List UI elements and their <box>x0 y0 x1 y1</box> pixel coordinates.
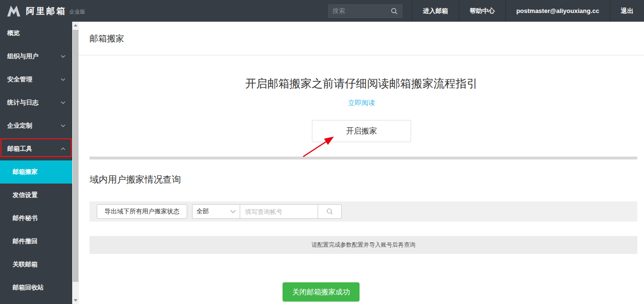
enter-mailbox-link[interactable]: 进入邮箱 <box>412 0 459 22</box>
logo-text: 阿里邮箱 <box>26 5 66 17</box>
query-search-button[interactable] <box>318 204 342 219</box>
sidebar-item-security[interactable]: 安全管理 <box>0 68 72 91</box>
scrollbar-up-arrow[interactable] <box>72 22 79 29</box>
main-content: 邮箱搬家 开启邮箱搬家之前请仔细阅读邮箱搬家流程指引 立即阅读 开启搬家 域内用… <box>79 22 644 304</box>
sidebar-item-label: 概览 <box>7 29 20 38</box>
sidebar-subitem-label: 发信设置 <box>13 191 38 199</box>
empty-result-message: 请配置完成参数配置并导入账号后再查询 <box>90 236 637 254</box>
chevron-down-icon <box>61 124 65 128</box>
page-header: 邮箱搬家 <box>79 22 644 55</box>
intro-heading: 开启邮箱搬家之前请仔细阅读邮箱搬家流程指引 <box>79 55 644 91</box>
status-filter-value: 全部 <box>196 207 209 216</box>
chevron-down-icon <box>230 210 236 213</box>
edition-badge: 企业版 <box>69 8 85 15</box>
sidebar-subitem-label: 关联邮箱 <box>13 260 38 269</box>
sidebar-item-label: 邮箱工具 <box>7 145 32 153</box>
sidebar-subitem-label: 邮箱搬家 <box>13 168 38 176</box>
query-group: 全部 <box>192 204 342 219</box>
chevron-up-icon <box>61 147 65 151</box>
chevron-down-icon <box>61 54 65 58</box>
section-divider <box>90 157 637 159</box>
scrollbar-down-arrow[interactable] <box>72 297 79 304</box>
sidebar-item-org-users[interactable]: 组织与用户 <box>0 45 72 68</box>
sidebar-item-label: 企业定制 <box>7 121 32 130</box>
sidebar: 概览 组织与用户 安全管理 统计与日志 企业定制 邮箱工具 邮箱搬家 发信设置 <box>0 22 72 304</box>
sidebar-subitem-label: 邮件撤回 <box>13 237 38 246</box>
account-email[interactable]: postmaster@aliyouxiang.cc <box>505 0 610 22</box>
chevron-down-icon <box>61 78 65 81</box>
sidebar-item-label: 统计与日志 <box>7 98 39 107</box>
sidebar-subitem-mail-recall[interactable]: 邮件撤回 <box>0 230 72 253</box>
search-icon[interactable] <box>390 7 398 15</box>
read-now-link[interactable]: 立即阅读 <box>348 99 375 106</box>
help-center-link[interactable]: 帮助中心 <box>459 0 505 22</box>
sidebar-subitem-label: 邮件秘书 <box>13 214 38 223</box>
sidebar-subitem-mail-migration[interactable]: 邮箱搬家 <box>0 160 72 184</box>
logout-link[interactable]: 退出 <box>610 0 644 22</box>
sidebar-scrollbar[interactable] <box>72 22 79 304</box>
close-migration-success-toast: 关闭邮箱搬家成功 <box>283 282 360 302</box>
scrollbar-thumb[interactable] <box>73 30 78 282</box>
query-toolbar: 导出域下所有用户搬家状态 全部 <box>90 201 637 222</box>
page-title: 邮箱搬家 <box>90 33 124 44</box>
topbar-nav: 进入邮箱 帮助中心 postmaster@aliyouxiang.cc 退出 <box>412 0 644 22</box>
sidebar-subitem-mail-secretary[interactable]: 邮件秘书 <box>0 207 72 230</box>
sidebar-item-label: 组织与用户 <box>7 52 39 61</box>
sidebar-item-mail-tools[interactable]: 邮箱工具 <box>0 137 72 160</box>
topbar: 阿里邮箱 企业版 进入邮箱 帮助中心 postmaster@aliyouxian… <box>0 0 644 22</box>
sidebar-subitem-linked-mailbox[interactable]: 关联邮箱 <box>0 253 72 276</box>
logo[interactable]: 阿里邮箱 企业版 <box>0 5 85 17</box>
export-status-button[interactable]: 导出域下所有用户搬家状态 <box>97 204 187 219</box>
aliyun-mail-logo-icon <box>7 5 21 17</box>
sidebar-item-stats-logs[interactable]: 统计与日志 <box>0 91 72 114</box>
start-migration-button[interactable]: 开启搬家 <box>312 120 411 142</box>
sidebar-item-enterprise-custom[interactable]: 企业定制 <box>0 114 72 137</box>
sidebar-subitem-mail-recycle-bin[interactable]: 邮箱回收站 <box>0 276 72 299</box>
topbar-search-input[interactable] <box>333 7 390 14</box>
sidebar-subitem-send-settings[interactable]: 发信设置 <box>0 184 72 207</box>
status-filter-select[interactable]: 全部 <box>192 204 240 219</box>
sidebar-item-overview[interactable]: 概览 <box>0 22 72 45</box>
sidebar-item-label: 安全管理 <box>7 75 32 84</box>
topbar-search-box[interactable] <box>328 4 402 18</box>
query-section-heading: 域内用户搬家情况查询 <box>90 173 644 186</box>
intro-section: 开启邮箱搬家之前请仔细阅读邮箱搬家流程指引 立即阅读 开启搬家 <box>79 55 644 142</box>
account-query-input[interactable] <box>240 204 318 219</box>
sidebar-subitem-label: 邮箱回收站 <box>13 283 44 292</box>
chevron-down-icon <box>61 101 65 105</box>
search-icon <box>326 208 334 215</box>
